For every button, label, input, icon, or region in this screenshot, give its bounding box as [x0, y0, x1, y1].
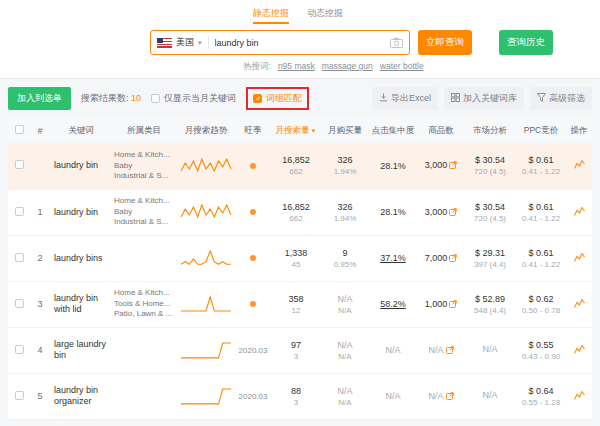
- search-volume-cell: 358 12: [270, 281, 322, 327]
- month-only-checkbox[interactable]: [151, 94, 160, 103]
- col-header-trend: 月搜索趋势: [176, 118, 236, 143]
- search-volume-header-label: 月搜索量: [276, 125, 310, 135]
- funnel-icon: [537, 93, 546, 104]
- product-count-cell: 3,000: [418, 143, 464, 189]
- purchase-volume-cell: N/A N/A: [322, 373, 368, 419]
- advanced-filter-label: 高级筛选: [549, 92, 585, 105]
- phrase-match-annotation-box: 词组匹配: [246, 87, 309, 110]
- external-link-icon[interactable]: [449, 254, 457, 264]
- keyword-cell[interactable]: laundry bin: [50, 143, 112, 189]
- add-to-library-button[interactable]: 加入关键词库: [444, 87, 524, 110]
- category-item: Patio, Lawn & ...: [114, 309, 174, 320]
- analysis-icon[interactable]: [574, 390, 585, 400]
- phrase-match-checkbox[interactable]: [253, 94, 262, 103]
- market-analysis-cell: $ 52.89 548 (4.4): [464, 281, 516, 327]
- purchase-volume: 326: [324, 155, 366, 165]
- keyword-cell[interactable]: laundry bin organizer: [50, 373, 112, 419]
- col-header-search-volume[interactable]: 月搜索量▼: [270, 118, 322, 143]
- trend-sparkline: [176, 189, 236, 235]
- export-excel-button[interactable]: 导出Excel: [372, 87, 438, 110]
- result-count: 搜索结果数: 10: [81, 92, 141, 105]
- search-volume-secondary: 45: [272, 260, 320, 269]
- ppc-bid-cell: $ 0.61 0.41 - 1.22: [516, 143, 566, 189]
- tab-static-mining[interactable]: 静态挖掘: [253, 7, 289, 24]
- keyword-cell[interactable]: laundry bin with lid: [50, 281, 112, 327]
- category-item: Baby: [114, 207, 174, 218]
- rank-cell: 1: [30, 189, 50, 235]
- click-concentration: N/A: [385, 345, 400, 355]
- row-checkbox[interactable]: [15, 299, 24, 308]
- tab-dynamic-mining[interactable]: 动态挖掘: [307, 7, 343, 24]
- rank-cell: 2: [30, 235, 50, 281]
- hot-keyword-link[interactable]: massage gun: [322, 61, 373, 71]
- advanced-filter-button[interactable]: 高级筛选: [530, 87, 592, 110]
- analysis-icon[interactable]: [574, 159, 585, 169]
- search-volume-secondary: 662: [272, 167, 320, 176]
- search-volume-secondary: 3: [272, 352, 320, 361]
- ppc-range: 0.41 - 1.22: [518, 214, 564, 223]
- product-count-cell: 1,000: [418, 281, 464, 327]
- external-link-icon[interactable]: [449, 161, 457, 171]
- market-reviews: 548 (4.4): [466, 306, 514, 315]
- product-count: 7,000: [425, 253, 448, 263]
- external-link-icon[interactable]: [446, 346, 454, 356]
- product-count: 3,000: [425, 207, 448, 217]
- purchase-rate: 1.94%: [324, 214, 366, 223]
- add-to-library-label: 加入关键词库: [463, 92, 517, 105]
- country-select[interactable]: 美国: [176, 36, 194, 49]
- hot-keyword-link[interactable]: n95 mask: [278, 61, 315, 71]
- external-link-icon[interactable]: [449, 300, 457, 310]
- col-header-actions: 操作: [566, 118, 592, 143]
- history-button[interactable]: 查询历史: [499, 30, 553, 55]
- search-volume: 16,852: [272, 202, 320, 212]
- purchase-volume: N/A: [324, 294, 366, 304]
- actions-cell: [566, 327, 592, 373]
- trend-sparkline: [176, 235, 236, 281]
- select-all-checkbox[interactable]: [15, 125, 24, 134]
- ppc-bid: $ 0.61: [518, 248, 564, 258]
- ppc-bid-cell: $ 0.62 0.50 - 0.78: [516, 281, 566, 327]
- row-checkbox[interactable]: [15, 253, 24, 262]
- keyword-cell[interactable]: large laundry bin: [50, 327, 112, 373]
- click-concentration: 58.2%: [380, 299, 406, 309]
- purchase-volume: N/A: [324, 386, 366, 396]
- keyword-cell[interactable]: laundry bin: [50, 189, 112, 235]
- actions-cell: [566, 281, 592, 327]
- peak-season-dot: [250, 255, 256, 261]
- market-analysis-cell: $ 29.31 397 (4.4): [464, 235, 516, 281]
- library-icon: [451, 93, 460, 104]
- purchase-volume-cell: N/A N/A: [322, 281, 368, 327]
- product-count: N/A: [428, 391, 443, 401]
- keyword-search-input[interactable]: [215, 38, 386, 48]
- market-analysis-cell: $ 30.54 720 (4.5): [464, 189, 516, 235]
- click-concentration: 28.1%: [380, 161, 406, 171]
- rank-cell: 5: [30, 373, 50, 419]
- search-volume-secondary: 3: [272, 398, 320, 407]
- image-search-icon[interactable]: [390, 37, 403, 48]
- analysis-icon[interactable]: [574, 206, 585, 216]
- month-only-filter[interactable]: 仅显示当月关键词: [151, 92, 236, 105]
- analysis-icon[interactable]: [574, 298, 585, 308]
- analysis-icon[interactable]: [574, 252, 585, 262]
- purchase-rate: N/A: [324, 398, 366, 407]
- row-checkbox[interactable]: [15, 391, 24, 400]
- hot-keyword-link[interactable]: water bottle: [380, 61, 424, 71]
- season-cell: [236, 189, 270, 235]
- search-row: 美国 ▾ 立即查询 查询历史: [150, 30, 600, 55]
- query-button[interactable]: 立即查询: [418, 30, 472, 55]
- row-checkbox[interactable]: [15, 160, 24, 169]
- row-checkbox[interactable]: [15, 207, 24, 216]
- click-concentration-cell: 37.1%: [368, 235, 418, 281]
- col-header-season: 旺季: [236, 118, 270, 143]
- add-to-list-button[interactable]: 加入到选单: [8, 87, 71, 110]
- ppc-range: 0.43 - 0.90: [518, 352, 564, 361]
- category-cell: Home & Kitch...BabyIndustrial & S...: [112, 189, 176, 235]
- external-link-icon[interactable]: [449, 208, 457, 218]
- analysis-icon[interactable]: [574, 344, 585, 354]
- toolbar-right: 导出Excel 加入关键词库 高级筛选: [372, 87, 592, 110]
- row-checkbox[interactable]: [15, 345, 24, 354]
- external-link-icon[interactable]: [446, 392, 454, 402]
- actions-cell: [566, 189, 592, 235]
- search-volume: 97: [272, 340, 320, 350]
- keyword-cell[interactable]: laundry bins: [50, 235, 112, 281]
